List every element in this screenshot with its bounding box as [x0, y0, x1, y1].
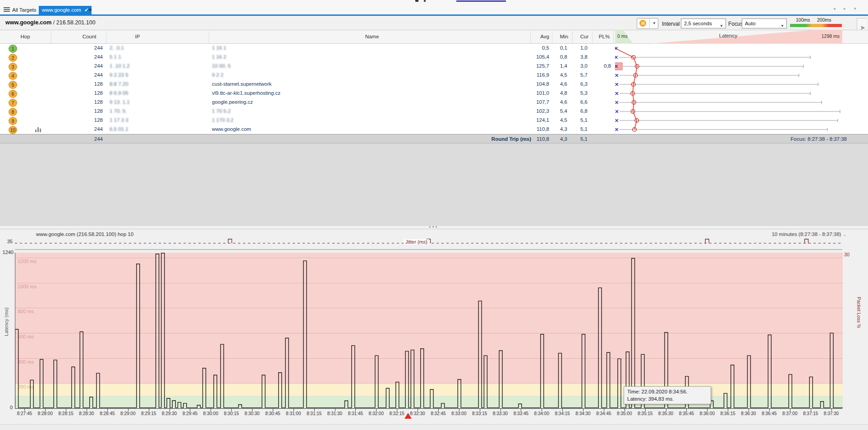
interval-select[interactable]: 2,5 seconds▼	[681, 18, 726, 28]
cur-value: 6,6	[542, 99, 588, 105]
x-tick-label: 8:29:30	[158, 411, 181, 416]
tooltip: Time: 22.09.2020 8:34:56. Latency: 394,8…	[624, 386, 711, 404]
hop-number-badge: 4	[9, 72, 17, 80]
focus-select[interactable]: Auto▼	[742, 18, 787, 28]
cur-value: 5,1	[542, 126, 588, 132]
x-tick-label: 8:31:00	[282, 411, 305, 416]
hop-number-badge: 1	[9, 45, 17, 53]
ip-value: 1 17 3 3	[110, 117, 129, 123]
cur-value: 5,7	[542, 72, 588, 78]
col-hop[interactable]: Hop	[14, 34, 37, 39]
x-tick-label: 8:36:15	[716, 411, 739, 416]
interval-value: 2,5 seconds	[684, 21, 712, 26]
col-ip[interactable]: IP	[115, 34, 160, 39]
cur-value: 3,8	[542, 54, 588, 60]
x-tick-label: 8:28:45	[96, 411, 119, 416]
x-tick-label: 8:27:45	[13, 411, 36, 416]
graph-range-selector[interactable]: 10 minutes (8:27:38 - 8:37:38)⌄	[772, 231, 846, 237]
tooltip-latency: Latency: 394,83 ms.	[627, 395, 707, 402]
packet-loss-axis-max: 30	[844, 252, 850, 257]
count-value: 244	[58, 45, 103, 51]
tab-www-google-com[interactable]: www.google.com✔	[39, 6, 92, 14]
target-host: www.google.com	[5, 19, 51, 26]
legend-100ms-label: 100ms	[796, 17, 810, 23]
chevron-down-icon[interactable]: ▼	[652, 21, 656, 25]
y-axis-max: 1240	[0, 250, 14, 255]
x-tick-label: 8:28:30	[75, 411, 98, 416]
name-value: 1 70 5.2	[212, 108, 231, 114]
cur-value: 1,0	[542, 45, 588, 51]
x-tick-label: 8:30:00	[199, 411, 222, 416]
cur-value: 5,3	[542, 90, 588, 96]
focus-range-label: Focus: 8:27:38 - 8:37:38	[757, 136, 847, 142]
x-tick-label: 8:28:15	[55, 411, 77, 416]
chevron-down-icon: ⌄	[843, 232, 846, 237]
packet-loss-event-marker[interactable]	[404, 413, 412, 419]
name-value: 1 16 1	[212, 45, 226, 51]
name-value: google.peering.cz	[212, 99, 253, 105]
name-value: cust-starnet.supernetwork	[212, 81, 271, 87]
timeline-panel: www.google.com (216.58.201.100) hop 10 1…	[0, 229, 868, 430]
empty-gray-region	[0, 143, 868, 225]
hop-number-badge: 10	[9, 126, 17, 134]
hop-number-badge: 3	[9, 63, 17, 71]
x-tick-label: 8:30:15	[220, 411, 243, 416]
latency-min-label: 0 ms	[617, 33, 635, 39]
count-value: 128	[58, 117, 103, 123]
round-trip-row: 244 Round Trip (ms) 110,8 4,3 5,1 Focus:…	[0, 134, 868, 143]
ip-value: 1 70. 5.	[110, 108, 127, 114]
x-tick-label: 8:36:45	[758, 411, 781, 416]
y-axis-title: Latency (ms)	[4, 288, 9, 356]
name-value: 1 170 3.2	[212, 117, 234, 123]
ip-value: 9 13. 1.1	[110, 99, 130, 105]
name-value: 9 2 2	[212, 72, 224, 78]
col-min[interactable]: Min	[554, 34, 574, 39]
pause-icon	[639, 20, 646, 27]
col-count[interactable]: Count	[70, 34, 109, 39]
latency-max-label: 1298 ms	[798, 33, 840, 39]
x-tick-label: 8:31:30	[324, 411, 346, 416]
panel-splitter[interactable]: •••	[0, 225, 868, 229]
cur-value: 6,8	[542, 108, 588, 114]
hop-number-badge: 9	[9, 117, 17, 125]
pl-value: 0,8	[566, 63, 611, 69]
ip-value: 8.8 7.20	[110, 81, 129, 87]
x-tick-label: 8:35:15	[634, 411, 657, 416]
col-pl[interactable]: PL%	[594, 34, 615, 39]
cur-value: 5,1	[542, 117, 588, 123]
chevron-down-icon: ▼	[781, 22, 784, 31]
new-tab-button[interactable]: +	[87, 5, 94, 13]
col-name[interactable]: Name	[356, 34, 388, 39]
pause-button[interactable]: ▼	[637, 18, 658, 29]
count-value: 244	[58, 72, 103, 78]
title-separator: /	[51, 19, 56, 26]
hop-number-badge: 2	[9, 54, 17, 62]
count-value: 128	[58, 90, 103, 96]
app-window: { "tabs": { "all_targets": "All Targets"…	[0, 0, 868, 430]
graph-range-label: 10 minutes (8:27:38 - 8:37:38)	[772, 231, 841, 237]
legend-200ms-label: 200ms	[817, 17, 831, 23]
tab-scroll-arrows[interactable]: ◂ ▸ ▾	[833, 6, 860, 11]
toolbar: www.google.com / 216.58.201.100 ▼ Interv…	[0, 16, 868, 30]
hop-number-badge: 7	[9, 99, 17, 107]
x-tick-label: 8:35:00	[613, 411, 636, 416]
horizontal-scrollbar[interactable]	[0, 424, 868, 430]
focus-label: Focus	[728, 21, 743, 27]
count-value: 244	[58, 126, 103, 132]
x-tick-label: 8:31:45	[344, 411, 367, 416]
x-tick-label: 8:32:45	[427, 411, 450, 416]
x-tick-label: 8:30:45	[262, 411, 284, 416]
x-tick-label: 8:34:45	[592, 411, 615, 416]
name-value: 1 16 2	[212, 54, 226, 60]
x-tick-label: 8:30:30	[241, 411, 263, 416]
interval-label: Interval	[662, 21, 680, 27]
x-tick-label: 8:32:00	[365, 411, 387, 416]
hop-number-badge: 6	[9, 90, 17, 98]
count-value: 128	[58, 108, 103, 114]
latency-timeline-plot[interactable]: 1200 ms1000 ms800 ms600 ms400 ms200 ms	[15, 253, 843, 408]
x-tick-label: 8:33:15	[468, 411, 491, 416]
ip-value: 1 .10 1.2	[110, 63, 130, 69]
ip-value: 9 2.23 5	[110, 72, 129, 78]
x-tick-label: 8:33:45	[510, 411, 532, 416]
latency-step-line	[15, 253, 843, 408]
